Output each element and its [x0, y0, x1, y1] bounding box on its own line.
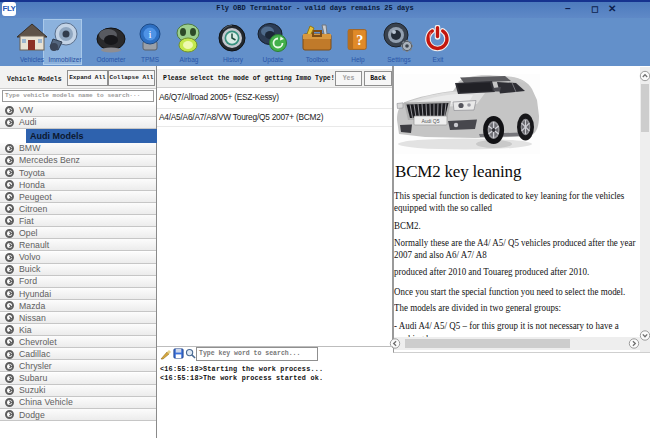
svg-text:?: ?	[356, 33, 363, 48]
svg-text:i: i	[148, 28, 151, 40]
